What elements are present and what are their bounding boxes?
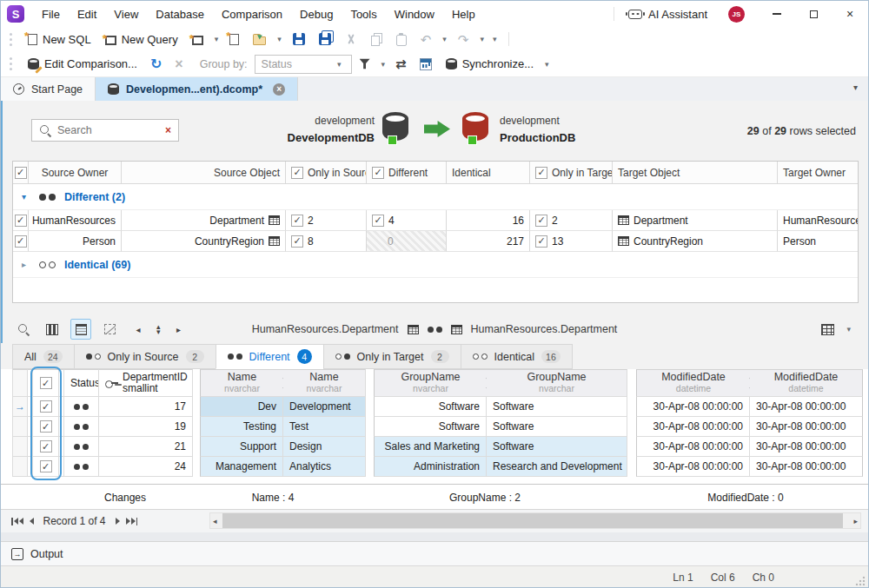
only-in-source-checkbox[interactable] [291,167,303,179]
menu-file[interactable]: File [33,1,69,27]
record-view-button[interactable] [70,319,91,340]
modifieddate-source-cell[interactable]: 30-Apr-08 00:00:00 [636,457,750,477]
find-button[interactable] [13,319,34,340]
departmentid-cell[interactable]: 17 [99,397,193,417]
scroll-left-icon[interactable]: ◂ [213,517,217,525]
name-target-cell[interactable]: Design [283,437,366,457]
column-layout-button[interactable] [42,319,63,340]
tab-all[interactable]: All 24 [12,344,75,369]
previous-difference-button[interactable]: ◂ [128,319,149,340]
next-record-button[interactable] [116,518,120,525]
column-header-groupname-source[interactable]: GroupNamenvarchar [374,369,487,397]
row-checkbox[interactable] [13,210,29,231]
scrollbar-thumb[interactable] [222,513,843,528]
tab-identical[interactable]: Identical 16 [461,344,573,369]
groupname-target-cell[interactable]: Software [487,437,627,457]
toolbar-overflow-dropdown[interactable]: ▾ [489,35,501,43]
column-header-only-in-source[interactable]: Only in Source [286,162,367,184]
collapse-icon[interactable]: ▾ [22,192,30,202]
swap-source-target-button[interactable]: ⇄ [390,54,412,75]
new-document-button[interactable]: * [223,29,245,50]
toolbar-grip[interactable] [10,63,12,65]
name-target-cell[interactable]: Test [283,417,366,437]
table-row[interactable]: 19 Testing Test Software Software 30-Apr… [12,417,863,437]
horizontal-scrollbar[interactable]: ◂ ▸ [209,512,861,529]
only-in-source-cell[interactable]: 8 [286,231,367,252]
cell-checkbox[interactable] [291,235,303,248]
column-header-target-owner[interactable]: Target Owner [778,162,858,184]
name-source-cell[interactable]: Support [200,437,283,457]
modifieddate-target-cell[interactable]: 30-Apr-08 00:00:00 [750,437,863,457]
new-query-button[interactable]: * New Query [99,29,184,50]
clear-search-icon[interactable]: × [165,124,171,136]
column-header-only-in-target[interactable]: Only in Target [530,162,613,184]
menu-edit[interactable]: Edit [69,1,105,27]
group-row-identical[interactable]: ▸ Identical (69) [13,252,858,278]
table-row[interactable]: → 17 Dev Development Software Software 3… [12,397,863,417]
down-icon[interactable]: ▾ [156,329,161,334]
groupname-target-cell[interactable]: Software [487,417,627,437]
last-record-button[interactable] [126,518,138,525]
row-checkbox[interactable] [33,457,59,477]
modifieddate-target-cell[interactable]: 30-Apr-08 00:00:00 [750,457,863,477]
groupname-target-cell[interactable]: Software [487,397,627,417]
row-checkbox[interactable] [33,417,59,437]
resize-grip[interactable] [855,576,866,586]
close-button[interactable]: × [832,1,868,27]
scroll-right-icon[interactable]: ▸ [853,517,858,525]
column-header-name-source[interactable]: Namenvarchar [200,369,283,397]
menu-view[interactable]: View [105,1,147,27]
column-header-name-target[interactable]: Namenvarchar [283,369,366,397]
edit-comparison-button[interactable]: Edit Comparison... [22,54,143,75]
select-all-checkbox[interactable] [13,162,29,184]
cut-button[interactable] [339,29,362,50]
groupname-source-cell[interactable]: Sales and Marketing [374,437,487,457]
output-panel-header[interactable]: → Output [1,541,868,565]
maximize-button[interactable] [795,1,832,27]
table-row[interactable]: HumanResources Department 2 4 16 2 Depar… [13,210,858,231]
next-difference-button[interactable]: ▸ [169,319,189,340]
table-row[interactable]: Person CountryRegion 8 0 217 13 CountryR… [13,231,858,252]
name-target-cell[interactable]: Development [283,397,366,417]
redo-dropdown[interactable]: ▾ [476,35,488,43]
column-header-groupname-target[interactable]: GroupNamenvarchar [487,369,627,397]
new-window-button[interactable]: * [186,29,209,50]
menu-debug[interactable]: Debug [291,1,342,27]
synchronize-button[interactable]: Synchronize... [440,54,540,75]
modifieddate-source-cell[interactable]: 30-Apr-08 00:00:00 [636,437,750,457]
row-checkbox[interactable] [33,397,59,417]
search-input[interactable] [57,124,159,136]
group-row-different[interactable]: ▾ Different (2) [13,184,858,210]
menu-window[interactable]: Window [386,1,443,27]
tab-start-page[interactable]: Start Page [1,77,96,101]
groupname-target-cell[interactable]: Research and Development [487,457,627,477]
undo-button[interactable]: ↶ [415,29,438,50]
menu-tools[interactable]: Tools [342,1,385,27]
only-in-target-cell[interactable]: 2 [530,210,613,231]
toolbar-grip[interactable] [10,38,12,41]
refresh-button[interactable]: ↻ [145,54,167,75]
table-row[interactable]: 24 Management Analytics Administration R… [12,457,863,477]
menu-comparison[interactable]: Comparison [213,1,291,27]
groupname-source-cell[interactable]: Administration [374,457,487,477]
only-in-source-cell[interactable]: 2 [286,210,367,231]
departmentid-cell[interactable]: 21 [99,437,193,457]
modifieddate-target-cell[interactable]: 30-Apr-08 00:00:00 [750,417,863,437]
cell-checkbox[interactable] [535,215,547,227]
tab-list-dropdown[interactable]: ▾ [853,77,868,101]
open-dropdown[interactable]: ▾ [274,35,285,43]
paste-button[interactable] [390,29,413,50]
row-checkbox[interactable] [13,231,29,252]
column-header-status[interactable]: Status [64,369,99,397]
save-all-button[interactable] [313,29,337,50]
view-options-dropdown[interactable]: ▾ [843,325,854,334]
groupname-source-cell[interactable]: Software [374,417,487,437]
only-in-target-checkbox[interactable] [535,167,547,179]
column-header-modifieddate-target[interactable]: ModifiedDatedatetime [750,369,863,397]
report-button[interactable] [414,54,438,75]
tab-different[interactable]: Different 4 [216,344,324,369]
ai-assistant-button[interactable]: AI Assistant [621,1,714,27]
grid-view-button[interactable] [817,319,838,340]
only-in-target-cell[interactable]: 13 [530,231,613,252]
menu-database[interactable]: Database [147,1,213,27]
